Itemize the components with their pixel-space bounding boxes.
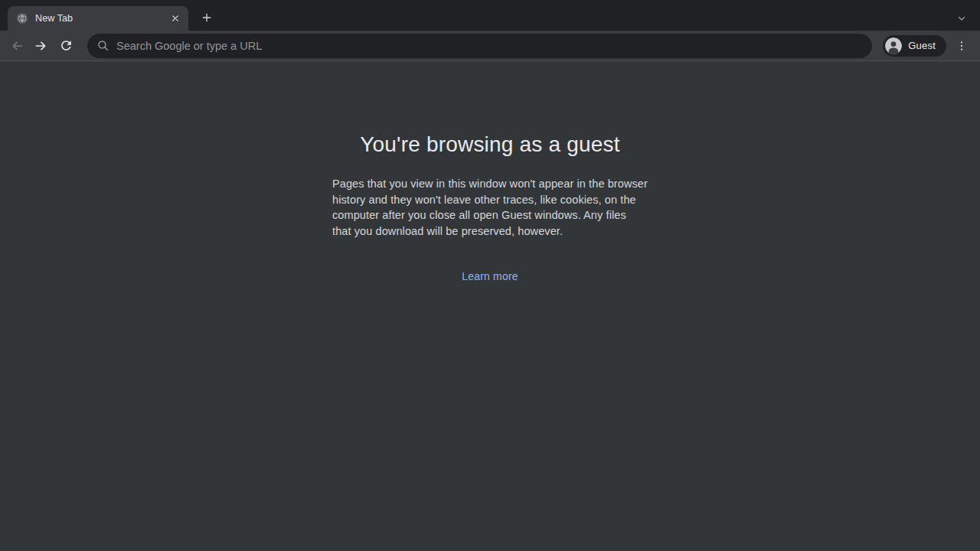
page-title: You're browsing as a guest	[360, 132, 620, 157]
omnibox-input[interactable]	[116, 40, 861, 52]
guest-profile-button[interactable]: Guest	[883, 35, 946, 57]
learn-more-link[interactable]: Learn more	[462, 270, 518, 282]
back-arrow-icon[interactable]	[6, 35, 28, 57]
guest-ntp-content: You're browsing as a guest Pages that yo…	[0, 61, 980, 551]
reload-icon[interactable]	[55, 35, 77, 57]
globe-favicon-icon	[16, 12, 28, 24]
kebab-menu-icon[interactable]	[951, 35, 972, 57]
forward-arrow-icon[interactable]	[31, 35, 52, 57]
tab-new-tab[interactable]: New Tab	[8, 6, 188, 31]
guest-description-text: Pages that you view in this window won't…	[332, 176, 648, 239]
search-icon	[96, 39, 109, 52]
guest-avatar-icon	[885, 37, 902, 54]
browser-toolbar: Guest	[0, 31, 980, 61]
guest-profile-label: Guest	[908, 40, 936, 51]
tab-title: New Tab	[35, 13, 162, 24]
close-icon[interactable]	[168, 11, 182, 25]
tab-strip: New Tab	[0, 0, 980, 31]
new-tab-plus-icon[interactable]	[196, 7, 217, 28]
chevron-down-icon[interactable]	[952, 9, 971, 28]
omnibox[interactable]	[87, 34, 872, 58]
